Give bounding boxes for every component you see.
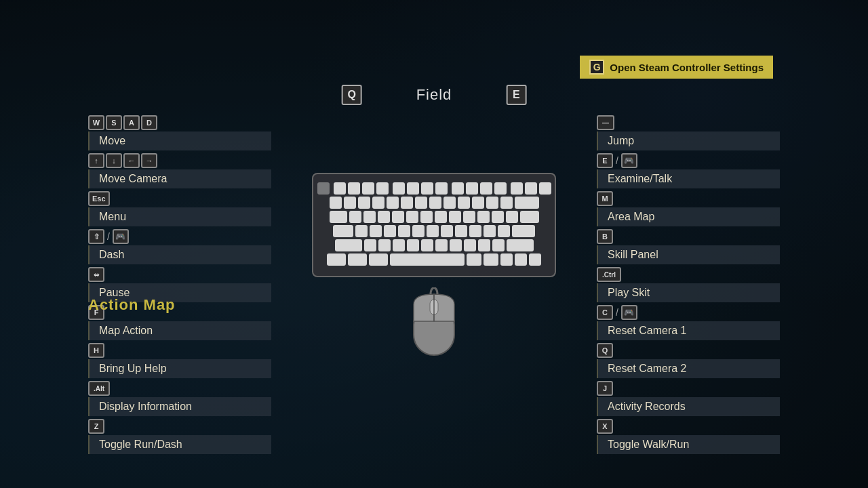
action-move: W S A D Move	[88, 115, 271, 150]
x-key: X	[597, 419, 613, 434]
action-play-skit: .Ctrl Play Skit	[597, 267, 780, 302]
right-arrow-key: →	[141, 153, 157, 168]
action-jump: — Jump	[597, 115, 780, 150]
ctrl-key: .Ctrl	[597, 267, 621, 282]
slash-examine: /	[616, 155, 618, 166]
action-reset-cam1: C / 🎮 Reset Camera 1	[597, 305, 780, 340]
toggle-run-label: Toggle Run/Dash	[88, 435, 271, 454]
move-camera-label: Move Camera	[88, 169, 271, 188]
slash-dash: /	[107, 231, 110, 242]
action-reset-cam2: Q Reset Camera 2	[597, 343, 780, 378]
display-info-label: Display Information	[88, 397, 271, 416]
dash-key: —	[597, 115, 614, 130]
menu-label: Menu	[88, 207, 271, 226]
w-key: W	[88, 115, 104, 130]
q-key-left: Q	[342, 85, 362, 105]
steam-button-label: Open Steam Controller Settings	[610, 62, 764, 73]
b-key: B	[597, 229, 613, 244]
right-action-panel: — Jump E / 🎮 Examine/Talk M Area Map B S…	[597, 115, 780, 457]
action-dash: ⇧ / 🎮 Dash	[88, 229, 271, 264]
action-help: H Bring Up Help	[88, 343, 271, 378]
map-action-label: Map Action	[88, 321, 271, 340]
s-key: S	[106, 115, 122, 130]
dash-label: Dash	[88, 245, 271, 264]
up-arrow-key: ↑	[88, 153, 104, 168]
controller-cam1-icon: 🎮	[621, 305, 637, 320]
action-activity-records: J Activity Records	[597, 381, 780, 416]
e-key: E	[597, 153, 613, 168]
d-key: D	[141, 115, 157, 130]
action-display-info: .Alt Display Information	[88, 381, 271, 416]
controller-dash-icon: 🎮	[113, 229, 129, 244]
field-header: Q Field E	[342, 85, 527, 105]
left-action-panel: W S A D Move ↑ ↓ ← → Move Camera	[88, 115, 271, 457]
steam-controller-button[interactable]: G Open Steam Controller Settings	[580, 56, 773, 79]
shift-key: ⇧	[88, 229, 104, 244]
j-key: J	[597, 381, 613, 396]
down-arrow-key: ↓	[106, 153, 122, 168]
reset-cam2-label: Reset Camera 2	[597, 359, 780, 378]
help-label: Bring Up Help	[88, 359, 271, 378]
slash-cam1: /	[616, 307, 618, 318]
action-menu: Esc Menu	[88, 191, 271, 226]
examine-label: Examine/Talk	[597, 169, 780, 188]
action-examine: E / 🎮 Examine/Talk	[597, 153, 780, 188]
q-key-right: Q	[597, 343, 613, 358]
reset-cam1-label: Reset Camera 1	[597, 321, 780, 340]
g-key-badge: G	[589, 60, 604, 75]
alt-key: .Alt	[88, 381, 110, 396]
esc-key: Esc	[88, 191, 110, 206]
move-label: Move	[88, 131, 271, 150]
activity-records-label: Activity Records	[597, 397, 780, 416]
jump-label: Jump	[597, 131, 780, 150]
action-toggle-run: Z Toggle Run/Dash	[88, 419, 271, 454]
left-arrow-key: ←	[123, 153, 140, 168]
mouse-visual	[407, 287, 461, 365]
m-key: M	[597, 191, 613, 206]
pause-key: ⇔	[88, 267, 104, 282]
action-move-camera: ↑ ↓ ← → Move Camera	[88, 153, 271, 188]
c-key: C	[597, 305, 613, 320]
action-toggle-walk: X Toggle Walk/Run	[597, 419, 780, 454]
center-device-display	[312, 173, 556, 365]
h-key: H	[88, 343, 104, 358]
z-key: Z	[88, 419, 104, 434]
skill-panel-label: Skill Panel	[597, 245, 780, 264]
field-title: Field	[416, 86, 452, 104]
area-map-label: Area Map	[597, 207, 780, 226]
keyboard-visual	[312, 173, 556, 277]
a-key: A	[123, 115, 140, 130]
controller-examine-icon: 🎮	[621, 153, 637, 168]
content-layer: G Open Steam Controller Settings Q Field…	[0, 0, 868, 488]
toggle-walk-label: Toggle Walk/Run	[597, 435, 780, 454]
action-area-map: M Area Map	[597, 191, 780, 226]
action-skill-panel: B Skill Panel	[597, 229, 780, 264]
action-map-title: Action Map	[88, 296, 176, 314]
play-skit-label: Play Skit	[597, 283, 780, 302]
e-key-right: E	[506, 85, 526, 105]
